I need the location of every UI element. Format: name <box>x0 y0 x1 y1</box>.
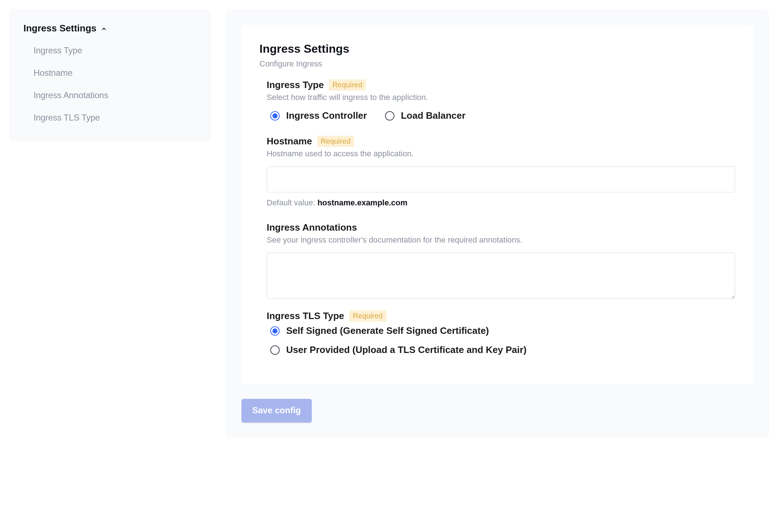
card-subtitle: Configure Ingress <box>259 59 735 69</box>
radio-label: Self Signed (Generate Self Signed Certif… <box>286 325 489 336</box>
default-value-row: Default value: hostname.example.com <box>267 198 735 208</box>
field-label-row: Hostname Required <box>267 136 735 147</box>
field-label: Ingress TLS Type <box>267 310 344 322</box>
chevron-up-icon <box>101 26 107 32</box>
field-label: Ingress Type <box>267 79 324 91</box>
radio-ingress-controller[interactable]: Ingress Controller <box>270 110 367 121</box>
field-label-row: Ingress Annotations <box>267 222 735 233</box>
sidebar-item-ingress-tls-type[interactable]: Ingress TLS Type <box>34 110 197 126</box>
tls-type-options: Self Signed (Generate Self Signed Certif… <box>267 325 735 356</box>
sidebar-item-label: Ingress Type <box>34 45 82 55</box>
sidebar: Ingress Settings Ingress Type Hostname I… <box>9 9 211 141</box>
sidebar-item-ingress-type[interactable]: Ingress Type <box>34 43 197 58</box>
default-prefix: Default value: <box>267 198 318 207</box>
field-ingress-annotations: Ingress Annotations See your ingress con… <box>259 222 735 300</box>
field-help: Hostname used to access the application. <box>267 149 735 158</box>
field-ingress-type: Ingress Type Required Select how traffic… <box>259 79 735 121</box>
radio-label: User Provided (Upload a TLS Certificate … <box>286 344 526 356</box>
annotations-textarea[interactable] <box>267 253 735 299</box>
radio-icon <box>270 345 280 355</box>
field-help: See your ingress controller's documentat… <box>267 235 735 245</box>
sidebar-items: Ingress Type Hostname Ingress Annotation… <box>23 43 197 126</box>
default-value: hostname.example.com <box>318 198 407 207</box>
sidebar-item-hostname[interactable]: Hostname <box>34 65 197 81</box>
main-panel: Ingress Settings Configure Ingress Ingre… <box>226 9 769 438</box>
required-badge: Required <box>329 79 366 91</box>
sidebar-item-label: Ingress Annotations <box>34 90 108 100</box>
radio-icon <box>270 326 280 336</box>
field-label-row: Ingress TLS Type Required <box>267 310 735 322</box>
field-ingress-tls-type: Ingress TLS Type Required Self Signed (G… <box>259 310 735 356</box>
sidebar-section-toggle[interactable]: Ingress Settings <box>23 23 197 34</box>
required-badge: Required <box>317 136 354 147</box>
field-label: Hostname <box>267 136 312 147</box>
field-hostname: Hostname Required Hostname used to acces… <box>259 136 735 208</box>
sidebar-item-label: Hostname <box>34 68 73 78</box>
field-label: Ingress Annotations <box>267 222 357 233</box>
sidebar-title: Ingress Settings <box>23 23 96 34</box>
radio-label: Load Balancer <box>401 110 466 121</box>
settings-card: Ingress Settings Configure Ingress Ingre… <box>241 25 753 384</box>
save-row: Save config <box>241 399 753 422</box>
required-badge: Required <box>349 310 386 322</box>
field-label-row: Ingress Type Required <box>267 79 735 91</box>
radio-tls-self-signed[interactable]: Self Signed (Generate Self Signed Certif… <box>270 325 735 336</box>
radio-load-balancer[interactable]: Load Balancer <box>385 110 466 121</box>
radio-icon <box>385 111 394 121</box>
radio-label: Ingress Controller <box>286 110 367 121</box>
sidebar-item-label: Ingress TLS Type <box>34 113 100 122</box>
ingress-type-options: Ingress Controller Load Balancer <box>267 110 735 121</box>
radio-tls-user-provided[interactable]: User Provided (Upload a TLS Certificate … <box>270 344 735 356</box>
settings-page: Ingress Settings Ingress Type Hostname I… <box>0 0 778 452</box>
radio-icon <box>270 111 280 121</box>
sidebar-item-ingress-annotations[interactable]: Ingress Annotations <box>34 87 197 103</box>
hostname-input[interactable] <box>267 166 735 192</box>
field-help: Select how traffic will ingress to the a… <box>267 93 735 102</box>
card-title: Ingress Settings <box>259 42 735 56</box>
save-config-button[interactable]: Save config <box>241 399 312 422</box>
